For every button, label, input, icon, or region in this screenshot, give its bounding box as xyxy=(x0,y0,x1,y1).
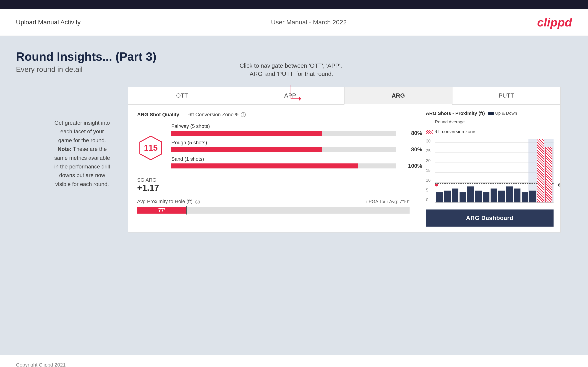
clippd-logo: clippd xyxy=(537,16,572,29)
logo-area: clippd xyxy=(537,16,572,29)
chart-bar-6 xyxy=(483,192,489,202)
chart-area: 30 25 20 15 10 5 0 xyxy=(435,139,553,203)
proximity-bar-fill: 77' xyxy=(137,207,186,214)
tab-ott[interactable]: OTT xyxy=(128,87,236,105)
bar-track-sand xyxy=(171,163,396,168)
chart-title: ARG Shots - Proximity (ft) xyxy=(426,110,485,116)
chart-bar-13 xyxy=(537,139,544,202)
shot-bars: Fairway (5 shots) 80% Rough (5 shots) xyxy=(171,123,410,173)
proximity-header: Avg Proximity to Hole (ft) ? ↑ PGA Tour … xyxy=(137,199,410,204)
chart-bar-0 xyxy=(436,192,443,202)
legend-dashed-icon xyxy=(426,122,433,122)
bar-row-sand: Sand (1 shots) 100% xyxy=(171,156,410,168)
chart-bar-9 xyxy=(506,186,513,202)
chart-bar-8 xyxy=(498,191,505,202)
y-axis: 30 25 20 15 10 5 0 xyxy=(426,139,431,202)
pga-avg: ↑ PGA Tour Avg: 7'10" xyxy=(365,199,410,204)
chart-bar-7 xyxy=(491,189,497,202)
chart-bar-4 xyxy=(467,186,474,202)
user-manual-label: User Manual - March 2022 xyxy=(271,19,346,26)
bar-percent-sand: 100% xyxy=(408,163,422,169)
card-panel: OTT APP ARG PUTT ARG Shot Quality 6ft Co… xyxy=(128,87,561,233)
top-bar xyxy=(0,0,588,9)
proximity-title: Avg Proximity to Hole (ft) ? xyxy=(137,199,200,204)
annotation-arrow xyxy=(286,83,309,106)
help-icon[interactable]: ? xyxy=(241,112,246,117)
upload-manual-label: Upload Manual Activity xyxy=(16,19,80,26)
legend-6ft-label: 6 ft conversion zone xyxy=(434,129,475,134)
bar-label-sand: Sand (1 shots) xyxy=(171,156,410,162)
legend-hatched-icon xyxy=(426,130,432,133)
proximity-help-icon[interactable]: ? xyxy=(195,200,200,204)
sg-label: SG ARG xyxy=(137,177,410,183)
proximity-cursor xyxy=(186,206,187,215)
hex-bars-container: 115 Fairway (5 shots) 80% xyxy=(137,123,410,173)
chart-bar-11 xyxy=(522,192,528,202)
chart-header: ARG Shots - Proximity (ft) Up & Down Rou… xyxy=(426,110,553,134)
annotation-text: Click to navigate between 'OTT', 'APP', … xyxy=(240,62,342,78)
bar-label-rough: Rough (5 shots) xyxy=(171,140,410,146)
bar-row-fairway: Fairway (5 shots) 80% xyxy=(171,123,410,136)
chart-bar-1 xyxy=(444,191,451,202)
shot-quality-label: ARG Shot Quality xyxy=(137,112,179,118)
bar-fill-sand xyxy=(171,163,358,168)
chart-bar-12 xyxy=(529,191,536,202)
tabs-row: OTT APP ARG PUTT xyxy=(128,87,560,105)
chart-bar-10 xyxy=(514,189,520,202)
chart-bar-3 xyxy=(459,192,466,202)
bar-percent-fairway: 80% xyxy=(411,130,422,136)
bar-percent-rough: 80% xyxy=(411,146,422,153)
arg-dashboard-button[interactable]: ARG Dashboard xyxy=(426,209,553,226)
legend-solid-icon xyxy=(488,112,494,115)
header: Upload Manual Activity User Manual - Mar… xyxy=(0,9,588,36)
legend-up-down: Up & Down xyxy=(488,111,517,116)
footer: Copyright Clippd 2021 xyxy=(0,355,588,367)
sg-value: +1.17 xyxy=(137,183,410,193)
bar-row-rough: Rough (5 shots) 80% xyxy=(171,140,410,152)
page-title: Round Insights... (Part 3) xyxy=(16,50,572,63)
bar-fill-rough xyxy=(171,147,322,152)
hexagon: 115 xyxy=(137,134,164,162)
arg-header: ARG Shot Quality 6ft Conversion Zone % ? xyxy=(137,112,410,118)
conversion-label: 6ft Conversion Zone % xyxy=(189,112,240,118)
content-split: ARG Shot Quality 6ft Conversion Zone % ?… xyxy=(128,105,560,232)
svg-marker-2 xyxy=(299,96,301,101)
bar-label-fairway: Fairway (5 shots) xyxy=(171,123,410,129)
chart-bar-2 xyxy=(452,189,458,202)
bars-container xyxy=(436,139,553,202)
hex-value: 115 xyxy=(144,143,158,153)
dashed-line-label: 8 xyxy=(558,183,560,188)
proximity-bar-track: 77' xyxy=(137,207,410,214)
sg-section: SG ARG +1.17 xyxy=(137,177,410,193)
note-label: Note: xyxy=(58,146,71,152)
left-panel: ARG Shot Quality 6ft Conversion Zone % ?… xyxy=(128,105,419,232)
tab-arg[interactable]: ARG xyxy=(344,87,452,105)
tab-putt[interactable]: PUTT xyxy=(452,87,560,105)
bar-track-rough xyxy=(171,147,396,152)
chart-bar-5 xyxy=(475,191,482,202)
right-panel: ARG Shots - Proximity (ft) Up & Down Rou… xyxy=(419,105,560,232)
bar-track-fairway xyxy=(171,131,396,136)
proximity-section: Avg Proximity to Hole (ft) ? ↑ PGA Tour … xyxy=(137,199,410,214)
left-description: Get greater insight into each facet of y… xyxy=(50,118,114,189)
main-content: Round Insights... (Part 3) Every round i… xyxy=(0,36,588,355)
chart-bar-14 xyxy=(545,147,553,202)
legend-round-avg: Round Average xyxy=(426,119,465,125)
annotation-area: Click to navigate between 'OTT', 'APP', … xyxy=(240,62,342,107)
copyright: Copyright Clippd 2021 xyxy=(16,362,66,367)
bar-chart: 30 25 20 15 10 5 0 xyxy=(426,139,553,205)
bar-fill-fairway xyxy=(171,131,322,136)
